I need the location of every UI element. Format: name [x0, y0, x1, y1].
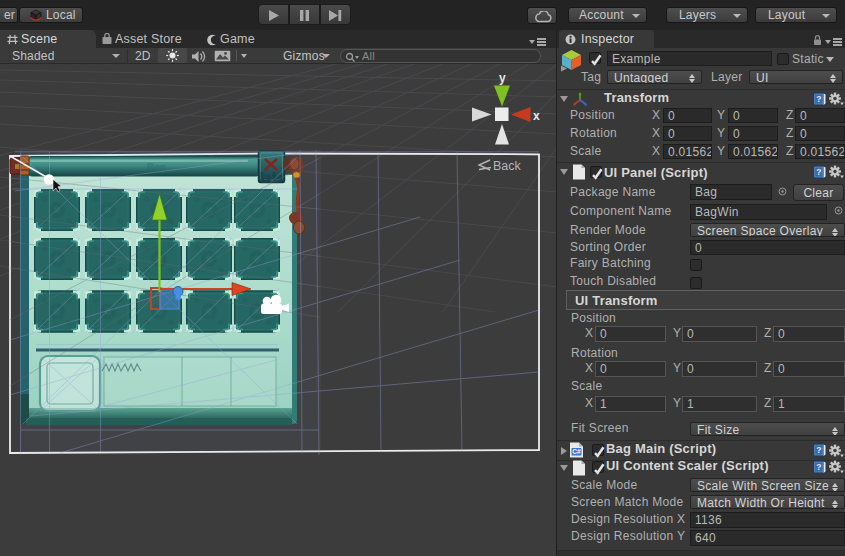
- svg-text:y: y: [499, 71, 506, 85]
- svg-text:Back: Back: [493, 159, 522, 173]
- svg-text:x: x: [533, 109, 540, 123]
- svg-text:C#: C#: [572, 448, 581, 455]
